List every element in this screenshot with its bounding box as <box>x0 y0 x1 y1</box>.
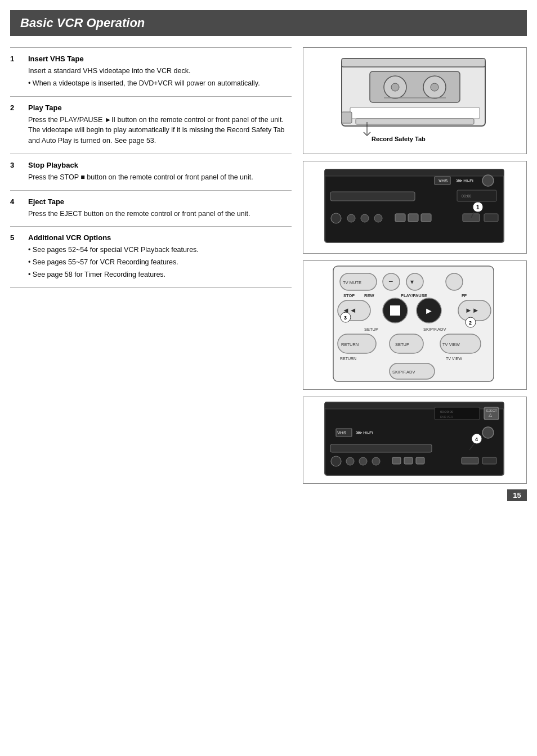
step-1-number: 1 <box>10 55 28 63</box>
svg-text:SETUP: SETUP <box>395 342 409 347</box>
step-4-line-1: Press the EJECT button on the remote con… <box>28 209 292 219</box>
svg-text:VHS: VHS <box>438 178 448 183</box>
svg-text:4: 4 <box>475 436 478 442</box>
svg-rect-28 <box>408 214 418 222</box>
front-panel-svg: VHS ⋙ Hi-Fi 00:00 <box>322 166 508 248</box>
step-2-number: 2 <box>10 104 28 112</box>
svg-rect-9 <box>356 119 474 124</box>
svg-rect-90 <box>462 457 478 464</box>
svg-rect-15 <box>325 169 504 176</box>
svg-text:TV VIEW: TV VIEW <box>442 342 460 347</box>
svg-rect-91 <box>482 457 496 464</box>
step-5-number: 5 <box>10 233 28 242</box>
step-5-body: • See pages 52~54 for special VCR Playba… <box>10 245 292 280</box>
svg-rect-20 <box>330 192 415 201</box>
svg-point-86 <box>372 457 380 465</box>
step-4-number: 4 <box>10 197 28 206</box>
svg-text:▾: ▾ <box>410 278 414 286</box>
page-number: 15 <box>507 489 527 501</box>
svg-rect-27 <box>395 214 405 222</box>
tv-mute-label: TV MUTE <box>343 280 361 285</box>
step-3-body: Press the STOP ■ button on the remote co… <box>10 172 292 183</box>
svg-rect-39 <box>406 273 423 290</box>
svg-text:PLAY/PAUSE: PLAY/PAUSE <box>401 293 427 298</box>
step-4-title: Eject Tape <box>28 197 64 206</box>
svg-rect-31 <box>484 214 498 222</box>
svg-text:1: 1 <box>476 204 480 210</box>
step-5-line-2: • See pages 55~57 for VCR Recording feat… <box>28 257 292 268</box>
page-title: Basic VCR Operation <box>20 16 145 30</box>
svg-text:SKIP/F.ADV: SKIP/F.ADV <box>392 370 415 375</box>
svg-text:FF: FF <box>462 293 467 298</box>
svg-text:SETUP: SETUP <box>364 327 378 332</box>
step-3-header: 3 Stop Playback <box>10 161 292 169</box>
svg-rect-49 <box>390 305 400 316</box>
record-safety-label: Record Safety Tab <box>372 136 426 142</box>
svg-rect-29 <box>421 214 431 222</box>
step-4-body: Press the EJECT button on the remote con… <box>10 209 292 219</box>
svg-point-24 <box>347 214 355 222</box>
svg-rect-87 <box>392 457 401 464</box>
step-1: 1 Insert VHS Tape Insert a standard VHS … <box>10 47 292 96</box>
remote-svg: TV MUTE − ▾ STOP PLAY/PAUSE FF REW ◄ <box>328 263 502 387</box>
svg-text:TV VIEW: TV VIEW <box>446 357 462 361</box>
svg-point-4 <box>391 83 399 91</box>
svg-text:00:00:00: 00:00:00 <box>440 410 454 413</box>
svg-text:2: 2 <box>469 320 472 326</box>
svg-text:⋙ Hi-Fi: ⋙ Hi-Fi <box>356 430 373 435</box>
svg-rect-88 <box>404 457 413 464</box>
step-1-line-1: Insert a standard VHS videotape into the… <box>28 66 292 76</box>
svg-text:REW: REW <box>364 293 374 298</box>
step-1-line-2: • When a videotape is inserted, the DVD+… <box>28 78 292 89</box>
step-5-line-1: • See pages 52~54 for special VCR Playba… <box>28 245 292 255</box>
svg-rect-10 <box>342 112 352 123</box>
main-content: 1 Insert VHS Tape Insert a standard VHS … <box>0 47 537 484</box>
svg-line-12 <box>364 132 367 136</box>
vhs-tape-diagram: Record Safety Tab <box>303 47 527 154</box>
svg-rect-1 <box>342 58 485 67</box>
svg-text:RETURN: RETURN <box>341 342 359 347</box>
steps-column: 1 Insert VHS Tape Insert a standard VHS … <box>10 47 303 484</box>
svg-point-26 <box>374 214 382 222</box>
svg-text:STOP: STOP <box>343 293 355 298</box>
svg-point-23 <box>331 213 341 223</box>
svg-text:00:00: 00:00 <box>462 194 472 198</box>
step-1-body: Insert a standard VHS videotape into the… <box>10 66 292 89</box>
svg-point-6 <box>431 83 438 91</box>
svg-text:3: 3 <box>344 315 347 321</box>
svg-text:⋙ Hi-Fi: ⋙ Hi-Fi <box>456 178 473 183</box>
diagrams-column: Record Safety Tab VHS ⋙ Hi-Fi <box>303 47 527 484</box>
step-2: 2 Play Tape Press the PLAY/PAUSE ►II but… <box>10 96 292 154</box>
svg-line-13 <box>367 132 370 136</box>
svg-point-25 <box>361 214 369 222</box>
step-4: 4 Eject Tape Press the EJECT button on t… <box>10 190 292 227</box>
svg-point-84 <box>346 457 354 465</box>
step-3-number: 3 <box>10 161 28 169</box>
svg-text:VHS: VHS <box>337 430 347 435</box>
step-2-header: 2 Play Tape <box>10 104 292 112</box>
eject-panel-diagram: 00:00:00 DVD·VCR EJECT △ VHS ⋙ Hi-Fi <box>303 397 527 484</box>
page-number-area: 15 <box>0 484 537 507</box>
step-3-line-1: Press the STOP ■ button on the remote co… <box>28 172 292 183</box>
svg-text:DVD·VCR: DVD·VCR <box>440 415 453 418</box>
step-5-title: Additional VCR Options <box>28 233 111 242</box>
page-header: Basic VCR Operation <box>10 10 527 36</box>
step-3-title: Stop Playback <box>28 161 78 169</box>
svg-point-81 <box>482 427 494 438</box>
svg-text:RETURN: RETURN <box>340 357 356 361</box>
svg-text:►: ► <box>424 306 433 316</box>
step-5-header: 5 Additional VCR Options <box>10 233 292 242</box>
step-3: 3 Stop Playback Press the STOP ■ button … <box>10 154 292 190</box>
svg-text:−: − <box>388 277 393 286</box>
step-1-title: Insert VHS Tape <box>28 55 84 63</box>
svg-point-85 <box>359 457 367 465</box>
eject-panel-svg: 00:00:00 DVD·VCR EJECT △ VHS ⋙ Hi-Fi <box>322 399 508 481</box>
step-4-header: 4 Eject Tape <box>10 197 292 206</box>
svg-text:△: △ <box>489 412 493 417</box>
step-1-header: 1 Insert VHS Tape <box>10 55 292 63</box>
step-2-body: Press the PLAY/PAUSE ►II button on the r… <box>10 115 292 146</box>
step-5-line-3: • See page 58 for Timer Recording featur… <box>28 269 292 280</box>
svg-point-41 <box>446 273 463 290</box>
front-panel-diagram: VHS ⋙ Hi-Fi 00:00 <box>303 161 527 254</box>
vhs-tape-svg: Record Safety Tab <box>339 56 491 146</box>
